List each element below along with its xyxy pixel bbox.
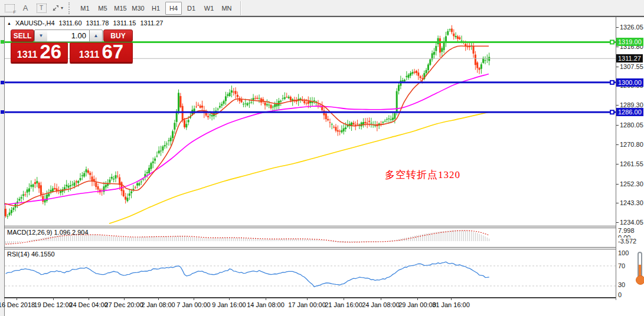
time-tick-mark: [344, 297, 344, 300]
frame-f-icon[interactable]: F: [2, 2, 17, 15]
price-tick-label: 1234.05: [620, 219, 643, 226]
chevron-down-icon: ▾: [61, 5, 63, 11]
arrows-icon[interactable]: ▾: [50, 2, 64, 15]
time-axis-label: 2 Jan 08:00: [141, 301, 175, 308]
volume-increase-button[interactable]: ▲: [89, 29, 103, 42]
label-t-icon[interactable]: T: [34, 2, 48, 15]
rsi-separator-top: [4, 247, 644, 248]
time-axis-label: 31 Jan 16:00: [432, 301, 470, 308]
rsi-axis-label: 100: [618, 249, 629, 256]
tf-d1-button[interactable]: D1: [183, 2, 200, 15]
price-tick-label: 1261.55: [620, 160, 643, 167]
time-tick-mark: [53, 297, 54, 300]
price-tick-label: 1252.30: [620, 180, 643, 187]
time-axis-label: 21 Jan 16:00: [325, 301, 362, 308]
time-axis-separator: [4, 297, 644, 298]
tf-m30-button[interactable]: M30: [130, 2, 146, 15]
price-badge: 1319.00: [616, 38, 643, 46]
time-axis-label: 19 Dec 12:00: [34, 301, 72, 308]
price-badge: 1311.27: [616, 54, 643, 62]
hline-handle-left[interactable]: [1, 40, 4, 44]
macd-separator-top: [4, 226, 644, 226]
rsi-panel-svg[interactable]: [5, 249, 616, 297]
macd-separator-bottom: [4, 228, 644, 228]
hline-handle-left[interactable]: [1, 110, 4, 114]
time-tick-mark: [307, 297, 308, 300]
macd-label: MACD(12,26,9) 1.096 2.904: [7, 229, 89, 236]
tf-m1-button[interactable]: M1: [77, 2, 93, 15]
time-axis-label: 14 Jan 08:00: [247, 301, 285, 308]
tf-h1-button[interactable]: H1: [148, 2, 164, 15]
sell-button[interactable]: SELL: [11, 29, 34, 42]
macd-axis-label: 7.998: [618, 227, 635, 234]
sell-price-pips: 26: [40, 43, 62, 61]
volume-input[interactable]: [47, 29, 89, 42]
time-axis-label: 16 Dec 2018: [0, 301, 35, 308]
time-tick-mark: [194, 297, 194, 300]
mt4-application: F A T ▾ M1M5M15M30H1H4D1W1MN ▲ XAUUSD-,H…: [0, 0, 644, 316]
buy-price-pips: 67: [102, 43, 124, 61]
tf-m5-button[interactable]: M5: [94, 2, 111, 15]
time-tick-mark: [89, 297, 89, 300]
time-tick-mark: [451, 297, 452, 300]
hline-handle-left[interactable]: [1, 81, 4, 84]
price-tick-label: 1243.30: [620, 199, 643, 206]
timeframe-group: M1M5M15M30H1H4D1W1MN: [77, 2, 235, 15]
medium-ma-line: [5, 74, 489, 205]
time-tick-mark: [417, 297, 418, 300]
rsi-separator-bottom: [4, 249, 644, 249]
time-tick-mark: [266, 297, 266, 300]
sell-price-main: 1311: [17, 49, 38, 61]
price-tick-mark: [616, 144, 619, 145]
text-a-icon[interactable]: A: [18, 2, 32, 15]
price-tick-label: 1307.55: [620, 63, 643, 70]
price-badge: 1300.00: [616, 78, 643, 87]
toolbar-separator: [240, 1, 241, 15]
ohlc-open: 1311.60: [59, 19, 82, 27]
price-tick-mark: [616, 125, 619, 126]
time-axis-label: 27 Dec 20:00: [104, 301, 143, 308]
price-tick-mark: [616, 222, 619, 223]
toolbar-grip: [68, 2, 73, 14]
rsi-axis-label: 70: [618, 262, 625, 269]
buy-price-display[interactable]: 1311 67: [70, 42, 133, 64]
sell-price-display[interactable]: 1311 26: [11, 42, 68, 64]
collapse-icon[interactable]: ▲: [7, 21, 11, 25]
price-tick-mark: [616, 164, 619, 164]
price-tick-mark: [616, 184, 619, 185]
time-axis-label: 24 Jan 08:00: [362, 301, 400, 308]
thermometer-icon: [635, 252, 644, 286]
ohlc-high: 1311.78: [86, 19, 109, 27]
toolbar: F A T ▾ M1M5M15M30H1H4D1W1MN: [0, 0, 644, 16]
tf-h4-button[interactable]: H4: [165, 2, 182, 15]
price-tick-mark: [616, 203, 619, 203]
time-tick-mark: [158, 297, 159, 300]
time-axis-label: 9 Jan 16:00: [212, 301, 246, 308]
price-tick-mark: [616, 67, 619, 67]
time-tick-mark: [381, 297, 381, 300]
price-badge: 1286.00: [616, 108, 643, 116]
price-tick-mark: [616, 27, 619, 28]
price-tick-mark: [616, 105, 619, 106]
volume-decrease-button[interactable]: ▼: [34, 29, 48, 42]
diagonal-arrows-glyph: [51, 4, 60, 12]
buy-button[interactable]: BUY: [103, 29, 133, 42]
symbol-header: ▲ XAUUSD-,H4 1311.60 1311.78 1311.15 131…: [7, 19, 163, 27]
symbol-name: XAUUSD-,H4: [15, 19, 55, 27]
price-tick-label: 1326.05: [620, 24, 643, 31]
price-tick-label: 1280.05: [620, 121, 643, 129]
macd-panel-svg[interactable]: [5, 228, 616, 246]
tf-mn-button[interactable]: MN: [218, 2, 235, 15]
buy-price-main: 1311: [79, 49, 100, 61]
time-axis-label: 17 Jan 00:00: [288, 301, 326, 308]
macd-axis-label: -3.572: [618, 238, 636, 245]
time-axis-label: 7 Jan 00:00: [176, 301, 211, 308]
chart-annotation-text: 多空转折点1320: [385, 168, 460, 182]
tf-w1-button[interactable]: W1: [201, 2, 217, 15]
rsi-axis-label: 30: [618, 281, 625, 288]
time-axis-label: 29 Jan 00:00: [398, 301, 436, 308]
tf-m15-button[interactable]: M15: [112, 2, 129, 15]
ohlc-low: 1311.15: [113, 19, 136, 27]
time-tick-mark: [124, 297, 125, 300]
rsi-label: RSI(14) 46.1550: [7, 251, 55, 258]
